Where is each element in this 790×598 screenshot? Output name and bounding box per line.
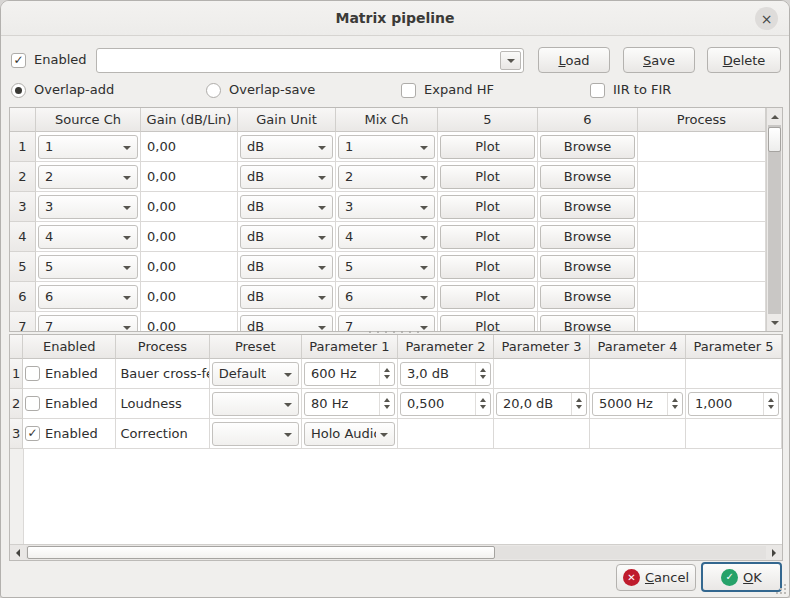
browse-button[interactable]: Browse: [540, 255, 635, 279]
header-parameter-2[interactable]: Parameter 2: [398, 335, 494, 359]
delete-button[interactable]: Delete: [707, 47, 781, 73]
horizontal-scrollbar[interactable]: [10, 544, 782, 560]
header-parameter-3[interactable]: Parameter 3: [494, 335, 590, 359]
mix-ch-select[interactable]: 2: [338, 165, 435, 189]
gain-input[interactable]: 0,00: [141, 139, 237, 154]
gain-unit-select[interactable]: dB: [240, 255, 333, 279]
row-enabled-checkbox[interactable]: [25, 366, 40, 381]
plot-button[interactable]: Plot: [440, 225, 535, 249]
parameter-3-spinbox[interactable]: 20,0 dB: [496, 392, 587, 416]
scroll-right-icon[interactable]: [766, 545, 782, 560]
preset-select[interactable]: [212, 422, 299, 446]
header-process[interactable]: Process: [638, 108, 766, 132]
parameter-1-spinbox[interactable]: 80 Hz: [304, 392, 395, 416]
browse-button[interactable]: Browse: [540, 225, 635, 249]
mix-ch-select[interactable]: 1: [338, 135, 435, 159]
enabled-checkbox[interactable]: ✓: [11, 53, 26, 68]
header-process[interactable]: Process: [116, 335, 209, 359]
browse-button[interactable]: Browse: [540, 135, 635, 159]
scroll-down-icon[interactable]: [767, 314, 782, 331]
header-enabled[interactable]: Enabled: [23, 335, 116, 359]
header-gain-unit[interactable]: Gain Unit: [238, 108, 336, 132]
spinner-arrows-icon[interactable]: [475, 363, 490, 385]
preset-select[interactable]: Default: [212, 362, 299, 386]
parameter-4-spinbox[interactable]: 5000 Hz: [592, 392, 683, 416]
load-button[interactable]: Load: [538, 47, 610, 73]
gain-unit-select[interactable]: dB: [240, 165, 333, 189]
scrollbar-thumb[interactable]: [27, 546, 495, 559]
browse-button[interactable]: Browse: [540, 195, 635, 219]
source-ch-select[interactable]: 2: [38, 165, 138, 189]
source-ch-select[interactable]: 4: [38, 225, 138, 249]
header-mix-ch[interactable]: Mix Ch: [336, 108, 438, 132]
chevron-down-icon[interactable]: [500, 51, 521, 70]
source-ch-select[interactable]: 7: [38, 315, 138, 333]
plot-button[interactable]: Plot: [440, 165, 535, 189]
pipeline-preset-combobox[interactable]: [96, 48, 524, 73]
gain-input[interactable]: 0,00: [141, 229, 237, 244]
ok-button[interactable]: ✓ OK: [701, 562, 782, 592]
spinner-arrows-icon[interactable]: [667, 393, 682, 415]
spinner-arrows-icon[interactable]: [763, 393, 778, 415]
gain-unit-select[interactable]: dB: [240, 285, 333, 309]
gain-unit-select[interactable]: dB: [240, 195, 333, 219]
source-ch-select[interactable]: 6: [38, 285, 138, 309]
row-enabled-checkbox[interactable]: ✓: [25, 426, 40, 441]
header-gain[interactable]: Gain (dB/Lin): [141, 108, 238, 132]
header-preset[interactable]: Preset: [210, 335, 302, 359]
plot-button[interactable]: Plot: [440, 135, 535, 159]
parameter-1-select[interactable]: Holo Audio: [304, 422, 395, 446]
spinner-arrows-icon[interactable]: [379, 363, 394, 385]
gain-input[interactable]: 0,00: [141, 169, 237, 184]
gain-unit-select[interactable]: dB: [240, 315, 333, 333]
preset-select[interactable]: [212, 392, 299, 416]
row-enabled-checkbox[interactable]: [25, 396, 40, 411]
source-ch-select[interactable]: 1: [38, 135, 138, 159]
overlap-save-radio[interactable]: [206, 83, 221, 98]
gain-input[interactable]: 0,00: [141, 199, 237, 214]
scrollbar-track[interactable]: [26, 546, 766, 559]
spinner-arrows-icon[interactable]: [379, 393, 394, 415]
plot-button[interactable]: Plot: [440, 285, 535, 309]
source-ch-select[interactable]: 5: [38, 255, 138, 279]
source-ch-select[interactable]: 3: [38, 195, 138, 219]
gain-unit-select[interactable]: dB: [240, 135, 333, 159]
plot-button[interactable]: Plot: [440, 195, 535, 219]
gain-input[interactable]: 0,00: [141, 289, 237, 304]
browse-button[interactable]: Browse: [540, 285, 635, 309]
parameter-1-spinbox[interactable]: 600 Hz: [304, 362, 395, 386]
close-button[interactable]: ×: [755, 7, 778, 30]
mix-ch-select[interactable]: 4: [338, 225, 435, 249]
gain-unit-select[interactable]: dB: [240, 225, 333, 249]
browse-button[interactable]: Browse: [540, 315, 635, 333]
gain-input[interactable]: 0,00: [141, 319, 237, 332]
scroll-up-icon[interactable]: [767, 108, 782, 125]
header-parameter-4[interactable]: Parameter 4: [590, 335, 686, 359]
save-button[interactable]: Save: [623, 47, 695, 73]
plot-button[interactable]: Plot: [440, 315, 535, 333]
spinner-arrows-icon[interactable]: [475, 393, 490, 415]
mix-ch-select[interactable]: 3: [338, 195, 435, 219]
cancel-button[interactable]: ✕ Cancel: [616, 564, 696, 591]
gain-input[interactable]: 0,00: [141, 259, 237, 274]
plot-button[interactable]: Plot: [440, 255, 535, 279]
parameter-5-spinbox[interactable]: 1,000: [688, 392, 779, 416]
spinner-arrows-icon[interactable]: [571, 393, 586, 415]
header-col6[interactable]: 6: [538, 108, 638, 132]
scroll-left-icon[interactable]: [10, 545, 26, 560]
parameter-2-spinbox[interactable]: 0,500: [400, 392, 491, 416]
scrollbar-track[interactable]: [768, 125, 781, 314]
scrollbar-thumb[interactable]: [768, 127, 781, 152]
vertical-scrollbar[interactable]: [766, 108, 782, 331]
browse-button[interactable]: Browse: [540, 165, 635, 189]
header-parameter-5[interactable]: Parameter 5: [686, 335, 782, 359]
mix-ch-select[interactable]: 5: [338, 255, 435, 279]
header-col5[interactable]: 5: [438, 108, 538, 132]
parameter-2-spinbox[interactable]: 3,0 dB: [400, 362, 491, 386]
resize-grip[interactable]: [774, 582, 786, 594]
overlap-add-radio[interactable]: [11, 83, 26, 98]
iir-to-fir-checkbox[interactable]: [590, 83, 605, 98]
expand-hf-checkbox[interactable]: [401, 83, 416, 98]
header-source-ch[interactable]: Source Ch: [36, 108, 141, 132]
header-parameter-1[interactable]: Parameter 1: [302, 335, 398, 359]
